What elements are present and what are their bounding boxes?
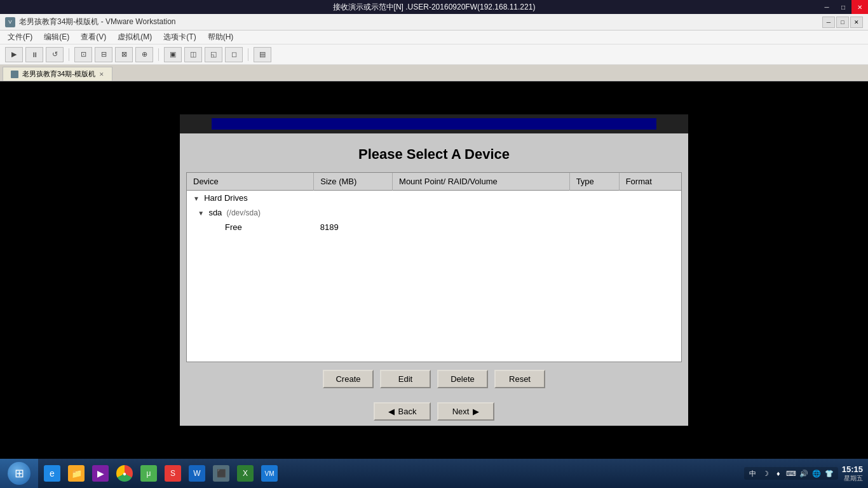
tray-icon-3: ♦ <box>773 468 783 478</box>
taskbar-app-utorrent[interactable]: μ <box>137 462 160 485</box>
toolbar-btn-6[interactable]: ⊠ <box>115 47 133 62</box>
hard-drives-cell: ▼ Hard Drives <box>187 191 681 206</box>
close-button[interactable]: ✕ <box>851 0 868 14</box>
folder-icon: 📁 <box>68 465 85 482</box>
minimize-button[interactable]: ─ <box>818 0 835 14</box>
chevron-down-icon: ▼ <box>193 195 200 202</box>
taskbar-app-word[interactable]: W <box>186 462 208 485</box>
vmware-app-bar: V 老男孩教育34期-模版机 - VMware Workstation ─ □ … <box>0 14 868 30</box>
table-row[interactable]: ▼ sda (/dev/sda) <box>187 205 681 220</box>
monitor-icon: ⬛ <box>213 465 229 482</box>
device-table: Device Size (MB) Mount Point/ RAID/Volum… <box>187 173 681 234</box>
vmware-win-controls: ─ □ ✕ <box>822 17 863 28</box>
vm-icon: VM <box>261 465 278 482</box>
toolbar-btn-3[interactable]: ↺ <box>46 47 64 62</box>
next-arrow-icon: ▶ <box>473 407 479 416</box>
next-button[interactable]: Next ▶ <box>437 402 494 421</box>
toolbar: ▶ ⏸ ↺ ⊡ ⊟ ⊠ ⊕ ▣ ◫ ◱ ◻ ▤ <box>0 44 868 65</box>
tab-bar: 老男孩教育34期-模版机 ✕ <box>0 65 868 81</box>
table-row[interactable]: Free 8189 <box>187 220 681 234</box>
vm-tab[interactable]: 老男孩教育34期-模版机 ✕ <box>3 67 112 81</box>
vmware-title: 老男孩教育34期-模版机 - VMware Workstation <box>19 17 176 27</box>
taskbar-app-vm[interactable]: VM <box>258 462 281 485</box>
reset-button[interactable]: Reset <box>494 370 545 388</box>
start-orb: ⊞ <box>8 462 31 485</box>
taskbar-app-monitor[interactable]: ⬛ <box>210 462 233 485</box>
sda-size-cell <box>314 205 393 220</box>
col-format: Format <box>619 173 681 191</box>
tab-close-button[interactable]: ✕ <box>99 71 104 78</box>
toolbar-btn-12[interactable]: ▤ <box>254 47 271 62</box>
clock: 15:15 星期五 <box>842 464 863 483</box>
dialog-action-buttons: Create Edit Delete Reset <box>180 362 688 396</box>
taskbar-app-store[interactable]: S <box>161 462 184 485</box>
system-tray: 中 ☽ ♦ ⌨ 🔊 🌐 👕 <box>744 467 838 480</box>
menu-edit[interactable]: 编辑(E) <box>39 30 74 44</box>
chevron-down-icon-sda: ▼ <box>198 210 204 217</box>
menu-tabs[interactable]: 选项卡(T) <box>158 30 201 44</box>
vm-tab-icon <box>11 71 18 78</box>
toolbar-btn-10[interactable]: ◱ <box>205 47 222 62</box>
sda-cell: ▼ sda (/dev/sda) <box>187 205 314 220</box>
vmware-minimize-button[interactable]: ─ <box>822 17 835 28</box>
word-icon: W <box>189 465 205 482</box>
chrome-icon: ● <box>116 465 133 482</box>
toolbar-btn-7[interactable]: ⊕ <box>135 47 153 62</box>
create-button[interactable]: Create <box>323 370 374 388</box>
col-type: Type <box>569 173 619 191</box>
device-table-container: Device Size (MB) Mount Point/ RAID/Volum… <box>186 172 682 362</box>
tray-icon-1: 中 <box>748 468 758 478</box>
toolbar-btn-2[interactable]: ⏸ <box>25 47 43 62</box>
restore-button[interactable]: □ <box>835 0 851 14</box>
taskbar: ⊞ e 📁 ▶ ● μ <box>0 459 868 488</box>
sda-format-cell <box>619 205 681 220</box>
free-format-cell <box>619 220 681 234</box>
menu-view[interactable]: 查看(V) <box>76 30 111 44</box>
media-player-icon: ▶ <box>92 465 109 482</box>
table-row[interactable]: ▼ Hard Drives <box>187 191 681 206</box>
col-device: Device <box>187 173 314 191</box>
toolbar-btn-9[interactable]: ◫ <box>184 47 202 62</box>
free-label-cell: Free <box>187 220 314 234</box>
toolbar-btn-8[interactable]: ▣ <box>164 47 182 62</box>
sda-type-cell <box>569 205 619 220</box>
delete-button[interactable]: Delete <box>437 370 488 388</box>
toolbar-separator-2 <box>158 48 159 61</box>
toolbar-btn-5[interactable]: ⊟ <box>95 47 112 62</box>
main-content: Please Select A Device Device Size (MB) … <box>0 81 868 459</box>
toolbar-btn-11[interactable]: ◻ <box>225 47 243 62</box>
vmware-logo: V <box>5 17 15 27</box>
vmware-restore-button[interactable]: □ <box>836 17 849 28</box>
ie-icon: e <box>44 465 60 482</box>
excel-icon: X <box>237 465 254 482</box>
vm-progress-bar <box>180 114 688 133</box>
clock-date: 星期五 <box>842 474 863 483</box>
taskbar-app-excel[interactable]: X <box>234 462 257 485</box>
title-bar: 接收演示或示范中[N] .USER-20160920FW(192.168.11.… <box>0 0 868 14</box>
taskbar-app-chrome[interactable]: ● <box>113 462 136 485</box>
vmware-close-button[interactable]: ✕ <box>850 17 863 28</box>
tray-icon-4: ⌨ <box>786 468 796 478</box>
vm-dialog: Please Select A Device Device Size (MB) … <box>180 133 688 426</box>
free-label: Free <box>225 222 242 232</box>
toolbar-btn-4[interactable]: ⊡ <box>74 47 92 62</box>
start-button[interactable]: ⊞ <box>0 459 38 488</box>
menu-help[interactable]: 帮助(H) <box>203 30 239 44</box>
taskbar-app-ie[interactable]: e <box>41 462 64 485</box>
hard-drives-label: Hard Drives <box>204 193 248 203</box>
menu-file[interactable]: 文件(F) <box>3 30 37 44</box>
col-mount: Mount Point/ RAID/Volume <box>393 173 570 191</box>
edit-button[interactable]: Edit <box>380 370 431 388</box>
taskbar-app-media[interactable]: ▶ <box>89 462 112 485</box>
tray-icon-2: ☽ <box>761 468 771 478</box>
toolbar-btn-1[interactable]: ▶ <box>5 47 23 62</box>
taskbar-app-folder[interactable]: 📁 <box>65 462 88 485</box>
back-button[interactable]: ◀ Back <box>374 402 431 421</box>
utorrent-icon: μ <box>140 465 157 482</box>
menu-vm[interactable]: 虚拟机(M) <box>112 30 157 44</box>
taskbar-right: 中 ☽ ♦ ⌨ 🔊 🌐 👕 15:15 星期五 <box>744 464 868 483</box>
sda-path: (/dev/sda) <box>227 208 261 217</box>
progress-track <box>212 118 656 130</box>
tray-icon-5: 🔊 <box>799 468 809 478</box>
clock-weekday: 星期五 <box>844 475 863 482</box>
